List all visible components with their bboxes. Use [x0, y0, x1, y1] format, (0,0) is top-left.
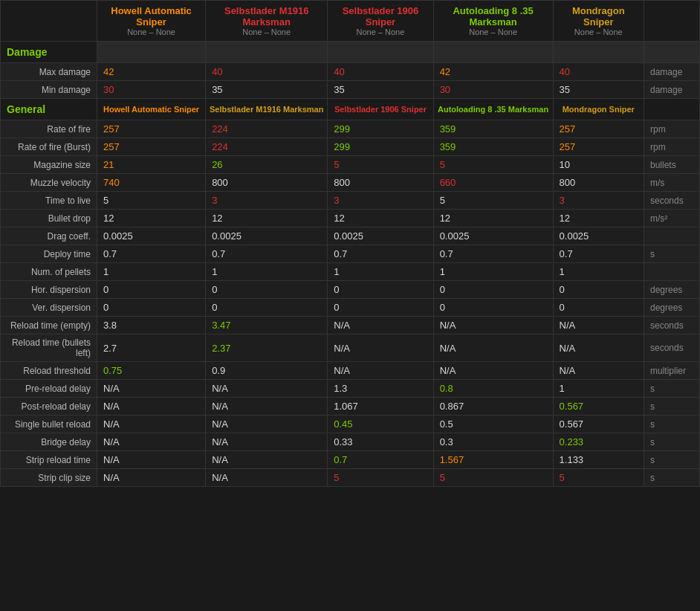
row-label: Min damage [1, 81, 97, 99]
general-subheader-2: Selbstlader 1906 Sniper [328, 99, 433, 120]
cell-1-1: 35 [206, 81, 328, 99]
weapon-header-0: Howell Automatic Sniper None – None [97, 1, 206, 42]
weapon-sub-2: None – None [331, 28, 430, 36]
row-label: Pre-reload delay [1, 380, 97, 398]
table-row: Bullet drop 12 12 12 12 12 m/s² [1, 210, 700, 227]
table-row: Reload time (bullets left) 2.7 2.37 N/A … [1, 334, 700, 362]
table-row: Reload threshold 0.75 0.9 N/A N/A N/A mu… [1, 362, 700, 380]
weapon-header-4: Mondragon Sniper None – None [553, 1, 644, 42]
cell-0-3: 42 [433, 63, 553, 81]
weapon-header-2: Selbstlader 1906 Sniper None – None [328, 1, 433, 42]
damage-section-row: Damage [1, 42, 700, 63]
table-row: Time to live 5 3 3 5 3 seconds [1, 192, 700, 210]
table-row: Post-reload delay N/A N/A 1.067 0.867 0.… [1, 398, 700, 416]
row-label: Single bullet reload [1, 416, 97, 433]
row-label: Rate of fire [1, 120, 97, 138]
table-row: Rate of fire (Burst) 257 224 299 359 257… [1, 138, 700, 156]
weapon-name-2: Selbstlader 1906 Sniper [331, 5, 430, 28]
table-row: Pre-reload delay N/A N/A 1.3 0.8 1 s [1, 380, 700, 398]
table-row: Single bullet reload N/A N/A 0.45 0.5 0.… [1, 416, 700, 433]
header-row: Howell Automatic Sniper None – None Selb… [1, 1, 700, 42]
cell-0-2: 40 [328, 63, 433, 81]
row-label: Reload threshold [1, 362, 97, 380]
row-label: Deploy time [1, 245, 97, 263]
cell-1-4: 35 [553, 81, 644, 99]
general-subheader-4: Mondragon Sniper [553, 99, 644, 120]
table-row: Ver. dispersion 0 0 0 0 0 degrees [1, 299, 700, 317]
cell-0-unit: damage [644, 63, 700, 81]
general-subheader-1: Selbstlader M1916 Marksman [206, 99, 328, 120]
row-label: Strip clip size [1, 469, 97, 487]
table-row: Muzzle velocity 740 800 800 660 800 m/s [1, 174, 700, 192]
general-section-label: General [1, 99, 97, 120]
damage-section-label: Damage [1, 42, 97, 63]
row-label: Strip reload time [1, 451, 97, 469]
table-row: Deploy time 0.7 0.7 0.7 0.7 0.7 s [1, 245, 700, 263]
weapon-name-1: Selbstlader M1916 Marksman [209, 5, 324, 28]
cell-1-3: 30 [433, 81, 553, 99]
weapon-header-3: Autoloading 8 .35 Marksman None – None [433, 1, 553, 42]
cell-0-0: 42 [97, 63, 206, 81]
row-label: Time to live [1, 192, 97, 210]
table-row: Num. of pellets 1 1 1 1 1 [1, 263, 700, 281]
cell-0-1: 40 [206, 63, 328, 81]
row-label: Bridge delay [1, 433, 97, 451]
table-row: Min damage 30 35 35 30 35 damage [1, 81, 700, 99]
row-label: Bullet drop [1, 210, 97, 227]
row-label: Post-reload delay [1, 398, 97, 416]
general-subheader-0: Howell Automatic Sniper [97, 99, 206, 120]
row-label: Ver. dispersion [1, 299, 97, 317]
table-row: Strip clip size N/A N/A 5 5 5 s [1, 469, 700, 487]
row-label: Hor. dispersion [1, 281, 97, 299]
table-row: Drag coeff. 0.0025 0.0025 0.0025 0.0025 … [1, 227, 700, 245]
table-row: Hor. dispersion 0 0 0 0 0 degrees [1, 281, 700, 299]
weapon-name-4: Mondragon Sniper [557, 5, 641, 28]
weapon-header-1: Selbstlader M1916 Marksman None – None [206, 1, 328, 42]
table-row: Bridge delay N/A N/A 0.33 0.3 0.233 s [1, 433, 700, 451]
weapon-sub-0: None – None [100, 28, 202, 36]
row-label: Reload time (empty) [1, 317, 97, 334]
row-label: Num. of pellets [1, 263, 97, 281]
general-subheader-3: Autoloading 8 .35 Marksman [433, 99, 553, 120]
cell-0-4: 40 [553, 63, 644, 81]
row-label: Muzzle velocity [1, 174, 97, 192]
weapon-name-0: Howell Automatic Sniper [100, 5, 202, 28]
cell-1-0: 30 [97, 81, 206, 99]
cell-1-2: 35 [328, 81, 433, 99]
table-row: Rate of fire 257 224 299 359 257 rpm [1, 120, 700, 138]
weapon-sub-4: None – None [557, 28, 641, 36]
row-label: Reload time (bullets left) [1, 334, 97, 362]
weapon-sub-3: None – None [437, 28, 550, 36]
row-label: Max damage [1, 63, 97, 81]
weapon-name-3: Autoloading 8 .35 Marksman [437, 5, 550, 28]
row-label: Rate of fire (Burst) [1, 138, 97, 156]
row-label: Magazine size [1, 156, 97, 174]
table-row: Reload time (empty) 3.8 3.47 N/A N/A N/A… [1, 317, 700, 334]
table-row: Magazine size 21 26 5 5 10 bullets [1, 156, 700, 174]
weapon-sub-1: None – None [209, 28, 324, 36]
table-row: Strip reload time N/A N/A 0.7 1.567 1.13… [1, 451, 700, 469]
cell-1-unit: damage [644, 81, 700, 99]
row-label: Drag coeff. [1, 227, 97, 245]
general-section-row: General Howell Automatic Sniper Selbstla… [1, 99, 700, 120]
general-subheader-unit [644, 99, 700, 120]
table-row: Max damage 42 40 40 42 40 damage [1, 63, 700, 81]
